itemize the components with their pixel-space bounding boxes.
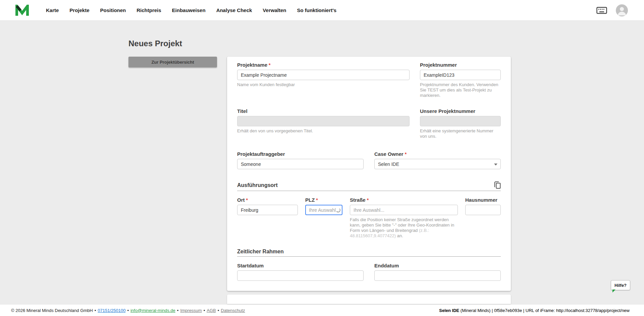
- required-asterisk: *: [246, 197, 248, 203]
- nav-item-so-funktionierts[interactable]: So funktioniert's: [297, 7, 336, 13]
- field-case-owner: Case Owner * Selen IDE: [374, 151, 501, 169]
- separator-dot: •: [204, 308, 205, 313]
- projektname-input[interactable]: [237, 70, 410, 80]
- titel-input: [237, 116, 410, 126]
- case-owner-select[interactable]: Selen IDE: [374, 159, 501, 169]
- enddatum-input[interactable]: [374, 270, 501, 281]
- field-hausnummer: Hausnummer: [465, 197, 501, 215]
- case-owner-label: Case Owner: [374, 151, 404, 157]
- top-navbar: Karte Projekte Positionen Richtpreis Ein…: [0, 0, 644, 20]
- required-asterisk: *: [269, 62, 270, 68]
- mineral-minds-logo-icon: [15, 5, 29, 16]
- field-projektnummer: Projektnummer Projektnummer des Kunden. …: [420, 62, 501, 98]
- ort-input[interactable]: [237, 205, 298, 215]
- person-icon: [616, 4, 628, 16]
- startdatum-input[interactable]: [237, 270, 364, 281]
- field-unsere-projektnummer: Unsere Projektnummer Erhält eine systemg…: [420, 108, 501, 139]
- projektauftraggeber-input[interactable]: [237, 159, 364, 169]
- keyboard-icon[interactable]: [596, 6, 607, 14]
- separator-dot: •: [95, 308, 96, 313]
- unsere-projektnummer-input: [420, 116, 501, 126]
- field-plz: PLZ *: [305, 197, 342, 215]
- titel-label: Titel: [237, 108, 248, 114]
- new-project-form-card: Projektname * Name vom Kunden festlegbar…: [227, 57, 511, 291]
- projektnummer-helper: Projektnummer des Kunden. Verwenden Sie …: [420, 82, 501, 98]
- section-ausfuehrungsort: Ausführungsort: [237, 181, 501, 191]
- required-asterisk: *: [367, 197, 369, 203]
- next-card-top-edge: [227, 295, 511, 304]
- nav-item-verwalten[interactable]: Verwalten: [263, 7, 286, 13]
- strasse-input[interactable]: [350, 205, 458, 215]
- hausnummer-label: Hausnummer: [465, 197, 497, 203]
- session-user: Selen IDE: [439, 308, 459, 313]
- field-projektauftraggeber: Projektauftraggeber: [237, 151, 364, 169]
- session-info: Selen IDE (Mineral Minds) | 0f58e7eb093e…: [439, 308, 630, 313]
- user-avatar[interactable]: [616, 4, 628, 16]
- field-startdatum: Startdatum: [237, 263, 364, 281]
- case-owner-selected-value: Selen IDE: [378, 162, 399, 167]
- separator-dot: •: [177, 308, 179, 313]
- separator-dot: •: [127, 308, 129, 313]
- field-titel: Titel Erhält den von uns vorgegebenen Ti…: [237, 108, 410, 139]
- nav-item-projekte[interactable]: Projekte: [69, 7, 89, 13]
- field-projektname: Projektname * Name vom Kunden festlegbar: [237, 62, 410, 98]
- session-details: (Mineral Minds) | 0f58e7eb093e | URL of …: [459, 308, 630, 313]
- projektnummer-input[interactable]: [420, 70, 501, 80]
- enddatum-label: Enddatum: [374, 263, 399, 268]
- nav-item-analyse-check[interactable]: Analyse Check: [216, 7, 252, 13]
- hausnummer-input[interactable]: [465, 205, 501, 215]
- agb-link[interactable]: AGB: [207, 308, 216, 313]
- projektnummer-label: Projektnummer: [420, 62, 457, 68]
- project-overview-button[interactable]: Zur Projektübersicht: [128, 57, 217, 67]
- page-footer: © 2026 Mineral Minds Deutschland GmbH • …: [0, 305, 644, 316]
- strasse-label: Straße: [350, 197, 366, 203]
- titel-helper: Erhält den von uns vorgegebenen Titel.: [237, 128, 410, 134]
- field-enddatum: Enddatum: [374, 263, 501, 281]
- loading-spinner-icon: [336, 208, 340, 212]
- main-nav: Karte Projekte Positionen Richtpreis Ein…: [46, 7, 336, 13]
- app-logo[interactable]: [15, 5, 29, 16]
- plz-label: PLZ: [305, 197, 315, 203]
- projektname-helper: Name vom Kunden festlegbar: [237, 82, 410, 87]
- phone-link[interactable]: 07151/250100: [98, 308, 125, 313]
- section-zeitlicher-rahmen: Zeitlicher Rahmen: [237, 249, 501, 257]
- datenschutz-link[interactable]: Datenschutz: [221, 308, 245, 313]
- unsere-projektnummer-label: Unsere Projektnummer: [420, 108, 475, 114]
- required-asterisk: *: [405, 151, 407, 157]
- ort-label: Ort: [237, 197, 245, 203]
- nav-item-karte[interactable]: Karte: [46, 7, 59, 13]
- nav-item-richtpreis[interactable]: Richtpreis: [137, 7, 161, 13]
- zeitlicher-rahmen-title: Zeitlicher Rahmen: [237, 249, 284, 255]
- copy-icon[interactable]: [494, 181, 501, 189]
- copyright-text: © 2026 Mineral Minds Deutschland GmbH: [11, 308, 93, 313]
- nav-item-positionen[interactable]: Positionen: [100, 7, 126, 13]
- page-title: Neues Projekt: [128, 39, 182, 48]
- impressum-link[interactable]: Impressum: [180, 308, 202, 313]
- ausfuehrungsort-title: Ausführungsort: [237, 182, 278, 188]
- navbar-actions: [596, 4, 628, 16]
- help-button[interactable]: Hilfe?: [611, 280, 630, 290]
- required-asterisk: *: [316, 197, 318, 203]
- email-link[interactable]: info@mineral-minds.de: [130, 308, 175, 313]
- field-strasse: Straße *: [350, 197, 458, 215]
- field-ort: Ort *: [237, 197, 298, 215]
- projektname-label: Projektname: [237, 62, 267, 68]
- chevron-down-icon: [494, 164, 497, 166]
- unsere-projektnummer-helper: Erhält eine systemgenerierte Nummer von …: [420, 128, 501, 139]
- separator-dot: •: [218, 308, 219, 313]
- startdatum-label: Startdatum: [237, 263, 264, 268]
- strasse-helper: Falls die Position keiner Straße zugeord…: [350, 217, 458, 239]
- nav-item-einbauweisen[interactable]: Einbauweisen: [172, 7, 206, 13]
- footer-links: © 2026 Mineral Minds Deutschland GmbH • …: [11, 308, 245, 313]
- projektauftraggeber-label: Projektauftraggeber: [237, 151, 285, 157]
